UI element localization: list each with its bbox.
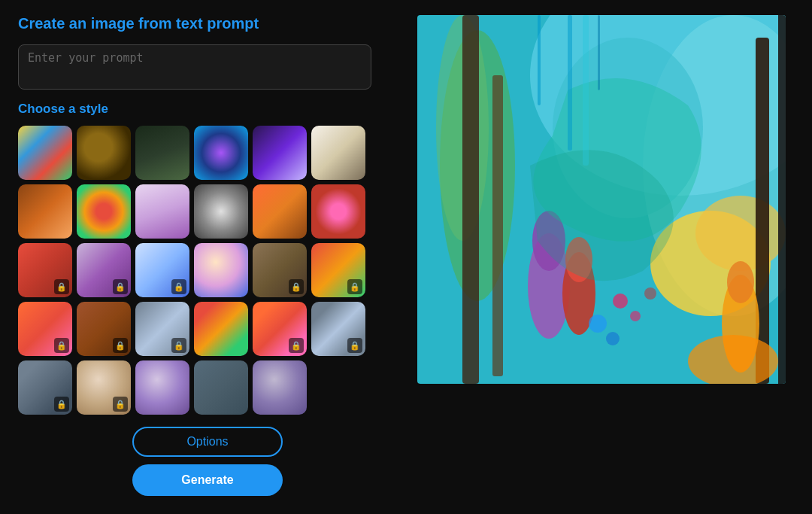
style-item[interactable]: 🔒 [77,302,131,356]
style-item[interactable]: 🔒 [18,360,72,415]
lock-icon: 🔒 [347,279,362,294]
style-section-label: Choose a style [18,102,397,117]
lock-icon: 🔒 [171,338,186,353]
lock-icon: 🔒 [54,397,69,412]
style-item[interactable] [135,360,189,415]
lock-icon: 🔒 [113,279,128,294]
style-item[interactable] [194,126,248,180]
style-item[interactable] [135,184,189,239]
svg-point-21 [613,293,628,309]
lock-icon: 🔒 [54,279,69,294]
style-item[interactable]: 🔒 [253,302,307,356]
svg-point-25 [606,332,620,345]
style-item[interactable]: 🔒 [77,360,131,415]
style-item[interactable]: 🔒 [253,243,307,297]
lock-icon: 🔒 [113,397,128,412]
style-item[interactable]: 🔒 [18,302,72,356]
lock-icon: 🔒 [347,338,362,353]
page-title: Create an image from text prompt [18,15,397,32]
style-item[interactable] [194,302,248,356]
lock-icon: 🔒 [113,338,128,353]
style-item[interactable]: 🔒 [77,243,131,297]
style-item[interactable] [18,184,72,239]
svg-rect-20 [583,15,589,166]
lock-icon: 🔒 [289,279,304,294]
svg-point-5 [695,196,786,271]
svg-rect-18 [568,15,572,151]
style-item[interactable] [194,184,248,239]
left-panel: Create an image from text prompt Choose … [18,15,409,496]
lock-icon: 🔒 [289,338,304,353]
style-item[interactable] [253,360,307,415]
svg-point-22 [630,311,641,321]
generated-image [417,15,786,384]
svg-point-24 [589,315,607,333]
svg-point-16 [727,261,754,303]
buttons-row: Options Generate [18,427,397,496]
svg-rect-26 [778,15,786,384]
style-item[interactable]: 🔒 [311,302,365,356]
style-item[interactable]: 🔒 [135,302,189,356]
svg-point-23 [644,287,656,300]
styles-grid: 🔒 🔒 🔒 🔒 🔒 🔒 🔒 🔒 [18,126,397,415]
svg-rect-19 [598,15,600,90]
svg-rect-8 [462,15,479,384]
right-panel [409,15,794,384]
style-item[interactable] [253,126,307,180]
style-item[interactable] [77,126,131,180]
style-item[interactable] [194,243,248,297]
style-item[interactable] [135,126,189,180]
style-item[interactable] [253,184,307,239]
style-item[interactable] [77,184,131,239]
style-item[interactable] [311,126,365,180]
lock-icon: 🔒 [171,279,186,294]
prompt-input[interactable] [18,44,371,90]
svg-rect-17 [538,15,541,105]
style-item[interactable]: 🔒 [311,243,365,297]
style-item[interactable]: 🔒 [135,243,189,297]
lock-icon: 🔒 [54,338,69,353]
svg-rect-9 [492,75,503,376]
style-item[interactable]: 🔒 [18,243,72,297]
options-button[interactable]: Options [132,427,283,457]
style-item[interactable] [18,126,72,180]
style-item[interactable] [194,360,248,415]
style-item[interactable] [311,184,365,239]
generate-button[interactable]: Generate [132,464,283,496]
